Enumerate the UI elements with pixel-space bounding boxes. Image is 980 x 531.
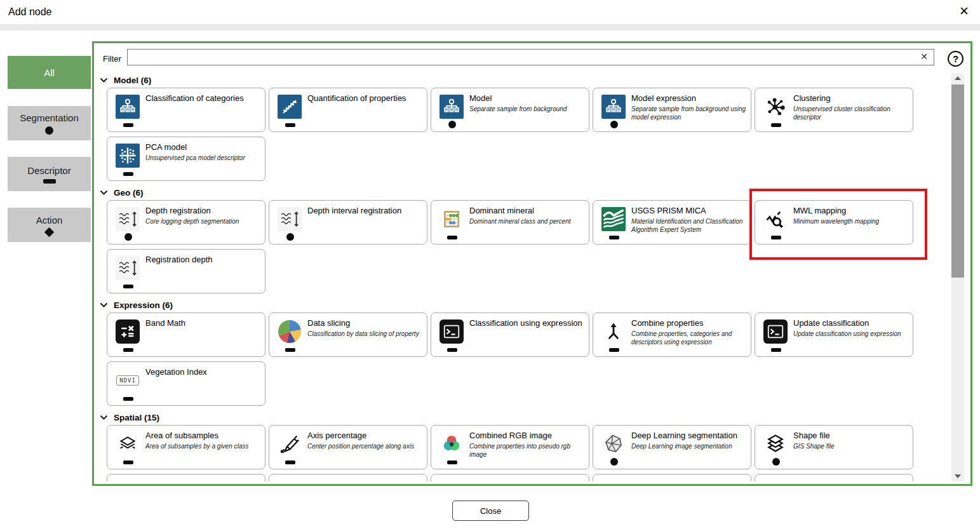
node-card-title: Model expression	[631, 93, 696, 103]
section-cards-geo-6: Depth registrationCore logging depth seg…	[107, 200, 920, 293]
segmentation-output-marker-icon	[448, 121, 456, 128]
node-card-pca-model[interactable]: PCA modelUnsupervised pca model descript…	[107, 137, 265, 181]
node-card-depth-interval-registration[interactable]: Depth interval registration	[269, 200, 427, 245]
section-header-geo-6: Geo (6)	[100, 187, 950, 198]
sidebar-item-action[interactable]: Action	[8, 208, 91, 242]
node-card-deep-learning-segmentation[interactable]: Deep Learning segmentationDeep Learning …	[593, 425, 751, 469]
node-card-classification-of-categories[interactable]: Classification of categories	[107, 88, 265, 132]
scrollbar-thumb[interactable]	[951, 84, 964, 278]
node-card-classification-using-expression[interactable]: Classification using expression	[431, 313, 589, 357]
chevron-down-icon[interactable]	[100, 302, 108, 308]
polyhedron-icon	[601, 432, 626, 456]
chevron-down-icon[interactable]	[100, 415, 108, 420]
usgs-icon	[601, 207, 626, 231]
node-list: Model (6) Classification of categories Q…	[98, 73, 950, 481]
clear-filter-icon[interactable]: ✕	[920, 52, 928, 61]
section-label: Expression (6)	[114, 300, 173, 310]
node-card-data-slicing[interactable]: Data slicingClassification by data slici…	[269, 313, 427, 357]
segmentation-output-marker-icon	[286, 233, 294, 241]
node-card-subtitle: GIS Shape file	[793, 442, 909, 450]
node-card-subtitle: Core logging depth segmentation	[145, 217, 261, 225]
dialog-titlebar: Add node ✕	[0, 0, 980, 24]
sidebar-item-label: Segmentation	[20, 112, 79, 123]
node-card-shape-file[interactable]: Shape fileGIS Shape file	[755, 425, 913, 469]
node-card-title: Registration depth	[145, 255, 213, 264]
rect-marker-icon	[43, 179, 56, 184]
chevron-down-icon[interactable]	[100, 190, 108, 196]
segmentation-output-marker-icon	[124, 233, 132, 241]
node-card-title: Shape file	[793, 431, 830, 440]
help-icon[interactable]: ?	[948, 51, 963, 67]
section-label: Geo (6)	[114, 188, 144, 198]
add-node-panel: Filter ✕ ? Model (6) Classification of c…	[92, 41, 972, 486]
scrollbar[interactable]	[951, 73, 964, 481]
node-card-update-classification[interactable]: Update classificationUpdate classificati…	[755, 313, 913, 357]
hierarchy-icon	[601, 95, 626, 119]
node-card-subtitle: Separate sample from background using mo…	[631, 105, 747, 121]
node-card-subtitle: Combine properties into pseudo rgb image	[469, 442, 585, 459]
segmentation-output-marker-icon	[772, 458, 780, 466]
shapefile-icon	[763, 432, 788, 456]
sidebar-item-all[interactable]: All	[8, 56, 91, 89]
sidebar-item-label: All	[44, 67, 55, 78]
node-card-area-of-subsamples[interactable]: Area of subsamplesArea of subsamples by …	[107, 425, 265, 469]
sidebar-item-label: Action	[36, 215, 63, 225]
node-card-title: Clustering	[793, 93, 831, 103]
close-button[interactable]: Close	[452, 501, 529, 521]
node-card-combined-rgb-image[interactable]: Combined RGB imageCombine properties int…	[431, 425, 589, 469]
descriptor-output-marker-icon	[285, 123, 295, 127]
node-card-band-math[interactable]: Band Math	[107, 313, 265, 357]
node-card-clustering[interactable]: ClusteringUnsupervised cluster classific…	[755, 88, 913, 132]
section-label: Spatial (15)	[114, 413, 159, 422]
node-card-partial[interactable]	[269, 474, 427, 481]
descriptor-output-marker-icon	[771, 348, 781, 352]
node-card-title: Deep Learning segmentation	[631, 431, 737, 440]
scatter-icon	[278, 95, 302, 119]
bandmath-icon	[116, 319, 140, 344]
node-card-title: Dominant mineral	[469, 206, 534, 215]
chevron-down-icon[interactable]	[100, 77, 108, 83]
node-card-mwl-mapping[interactable]: MWL mappingMinimum wavelength mapping	[755, 200, 913, 245]
window-close-icon[interactable]: ✕	[959, 5, 969, 17]
diamond-marker-icon	[44, 227, 55, 237]
node-card-model-expression[interactable]: Model expressionSeparate sample from bac…	[593, 88, 751, 132]
filter-label: Filter	[103, 54, 121, 64]
node-card-subtitle: Unsupervised pca model descriptor	[145, 154, 261, 162]
descriptor-output-marker-icon	[123, 348, 133, 352]
descriptor-output-marker-icon	[771, 123, 781, 127]
node-card-axis-percentage[interactable]: Axis percentageCenter position percentag…	[269, 425, 427, 469]
node-card-partial[interactable]	[431, 474, 589, 481]
titlebar-divider	[0, 24, 980, 30]
descriptor-output-marker-icon	[123, 397, 133, 401]
section-cards-expression-6: Band MathData slicingClassification by d…	[107, 313, 920, 406]
node-card-usgs-prism-mica[interactable]: USGS PRISM MICAMaterial Identification a…	[593, 200, 751, 245]
section-cards-spatial-15: Area of subsamplesArea of subsamples by …	[107, 425, 920, 481]
descriptor-output-marker-icon	[123, 172, 133, 176]
node-card-title: Combined RGB image	[469, 431, 552, 440]
node-card-vegetation-index[interactable]: NDVIVegetation Index	[107, 361, 265, 406]
merge-icon	[601, 319, 626, 344]
node-card-registration-depth[interactable]: Registration depth	[107, 249, 265, 293]
node-card-partial[interactable]	[755, 474, 913, 481]
descriptor-output-marker-icon	[771, 236, 781, 239]
sidebar-item-segmentation[interactable]: Segmentation	[8, 106, 91, 140]
scrollbar-up-arrow-icon[interactable]	[951, 73, 964, 83]
node-card-subtitle: Dominant mineral class and percent	[469, 217, 585, 225]
node-card-model[interactable]: ModelSeparate sample from background	[431, 88, 589, 132]
descriptor-output-marker-icon	[123, 285, 133, 288]
sidebar-item-descriptor[interactable]: Descriptor	[8, 157, 91, 191]
node-card-combine-properties[interactable]: Combine propertiesCombine properties, ca…	[593, 313, 751, 357]
terminal-icon	[763, 319, 788, 344]
node-card-subtitle: Material Identification and Classificati…	[631, 217, 747, 234]
section-header-model-6: Model (6)	[100, 74, 950, 86]
node-card-partial[interactable]	[593, 474, 751, 481]
node-card-dominant-mineral[interactable]: Dominant mineralDominant mineral class a…	[431, 200, 589, 245]
node-card-quantification-of-properties[interactable]: Quantification of properties	[269, 88, 427, 132]
node-card-title: Data slicing	[307, 318, 350, 328]
node-card-depth-registration[interactable]: Depth registrationCore logging depth seg…	[107, 200, 265, 245]
node-card-title: Quantification of properties	[307, 93, 406, 103]
filter-input[interactable]	[130, 50, 914, 65]
scrollbar-down-arrow-icon[interactable]	[951, 471, 964, 481]
node-card-partial[interactable]	[107, 474, 265, 481]
hierarchy-icon	[440, 95, 464, 119]
